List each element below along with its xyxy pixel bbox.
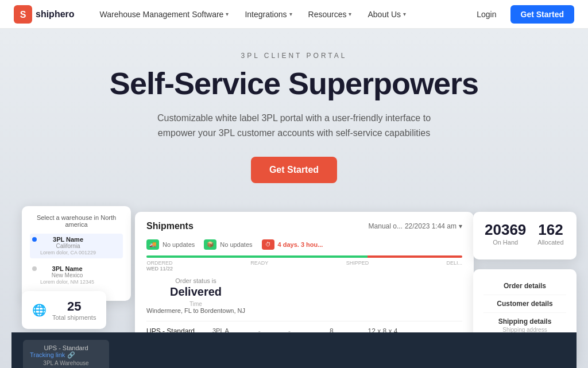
inactive-indicator xyxy=(32,266,37,271)
truck-icon-1: 🚚 xyxy=(146,239,159,250)
chevron-down-icon: ▾ xyxy=(349,11,351,17)
navbar: S shiphero Warehouse Management Software… xyxy=(0,0,588,29)
progress-red xyxy=(368,255,462,258)
panel-date: Manual o... 22/2023 1:44 am ▾ xyxy=(369,222,462,230)
cards-area: Select a warehouse in North america 3PL … xyxy=(11,206,577,368)
allocated: 162 Allocated xyxy=(537,221,563,246)
label-ordered: ORDEREDWED 11/22 xyxy=(146,260,173,272)
detail-order[interactable]: Order details xyxy=(483,277,566,295)
on-hand: 20369 On Hand xyxy=(485,221,526,246)
tracking-label: Tracking link xyxy=(30,351,65,358)
label-ready: READY xyxy=(250,260,268,272)
globe-icon: 🌐 xyxy=(32,303,47,317)
panel-title: Shipments xyxy=(146,221,194,231)
clock-icon: ⏱ xyxy=(262,239,274,250)
status-chips-row: 🚚 No updates 📦 No updates ⏱ 4 days. 3 ho… xyxy=(146,239,462,250)
warehouse-item-2[interactable]: 3PL Name New Mexico Lorem dolor, NM 1234… xyxy=(30,263,123,288)
get-started-nav-button[interactable]: Get Started xyxy=(510,5,574,24)
chevron-down-icon: ▾ xyxy=(226,11,229,17)
inventory-numbers: 20369 On Hand 162 Allocated xyxy=(485,221,565,246)
bottom-strip: UPS - Standard Tracking link 🔗 3PL A War… xyxy=(11,332,577,368)
order-status-value: Delivered xyxy=(146,285,245,299)
allocated-value: 162 xyxy=(537,221,563,239)
chevron-icon: ▾ xyxy=(459,222,462,230)
status-chip-1: 🚚 No updates xyxy=(146,239,195,250)
chevron-down-icon: ▾ xyxy=(289,11,292,17)
warehouse-selector-title: Select a warehouse in North america xyxy=(30,214,123,228)
hero-subtitle: Customizable white label 3PL portal with… xyxy=(145,111,443,140)
svg-text:S: S xyxy=(20,10,26,20)
warehouse-item-1[interactable]: 3PL Name California Lorem dolor, CA 0012… xyxy=(30,234,123,259)
strip-wh-name: 3PL A xyxy=(43,360,58,366)
logo-text: shiphero xyxy=(36,9,75,20)
nav-links: Warehouse Management Software ▾ Integrat… xyxy=(93,6,470,22)
status-text-2: No updates xyxy=(220,241,252,248)
strip-warehouse: 3PL A Warehouse xyxy=(30,360,102,366)
time-label: Time xyxy=(146,301,245,307)
order-status-label: Order status is xyxy=(146,277,245,284)
login-button[interactable]: Login xyxy=(470,6,503,22)
shipments-info: 25 Total shipments xyxy=(52,299,96,321)
chevron-down-icon: ▾ xyxy=(403,11,406,17)
nav-right: Login Get Started xyxy=(470,5,574,24)
main-panel-header: Shipments Manual o... 22/2023 1:44 am ▾ xyxy=(146,221,462,231)
on-hand-label: On Hand xyxy=(485,239,526,246)
order-status-info: Order status is Delivered Time Windermer… xyxy=(146,277,245,321)
nav-item-about[interactable]: About Us ▾ xyxy=(361,6,413,22)
strip-wh-label: Warehouse xyxy=(60,360,89,366)
hero-title: Self-Service Superpowers xyxy=(11,67,577,100)
link-icon: 🔗 xyxy=(67,351,75,359)
total-shipments-card: 🌐 25 Total shipments xyxy=(22,291,106,329)
status-chip-3: ⏱ 4 days. 3 hou... xyxy=(262,239,323,250)
allocated-label: Allocated xyxy=(537,239,563,246)
hero-section: 3PL CLIENT PORTAL Self-Service Superpowe… xyxy=(0,29,588,368)
nav-item-wms[interactable]: Warehouse Management Software ▾ xyxy=(93,6,236,22)
logo[interactable]: S shiphero xyxy=(14,5,75,24)
nav-item-integrations[interactable]: Integrations ▾ xyxy=(238,6,299,22)
strip-tracking-link[interactable]: Tracking link 🔗 xyxy=(30,351,102,359)
shipments-count: 25 xyxy=(52,299,96,314)
warehouse-info-2: 3PL Name New Mexico Lorem dolor, NM 1234… xyxy=(40,265,94,286)
inventory-card: 20369 On Hand 162 Allocated xyxy=(473,212,577,259)
progress-labels: ORDEREDWED 11/22 READY SHIPPED DELI... xyxy=(146,260,462,272)
date-value: 22/2023 1:44 am xyxy=(405,222,457,230)
active-indicator xyxy=(32,237,37,242)
progress-bar: ORDEREDWED 11/22 READY SHIPPED DELI... xyxy=(146,255,462,272)
truck-icon-2: 📦 xyxy=(204,239,216,250)
time-value: Windermere, FL to Bordentown, NJ xyxy=(146,307,245,314)
strip-carrier: UPS - Standard xyxy=(30,344,102,351)
order-status-section: Order status is Delivered Time Windermer… xyxy=(146,277,462,321)
on-hand-value: 20369 xyxy=(485,221,526,239)
warehouse-info-1: 3PL Name California Lorem dolor, CA 0012… xyxy=(40,236,96,257)
nav-item-resources[interactable]: Resources ▾ xyxy=(301,6,359,22)
status-chip-2: 📦 No updates xyxy=(204,239,252,250)
label-shipped: SHIPPED xyxy=(346,260,369,272)
progress-green xyxy=(146,255,368,258)
shipments-label: Total shipments xyxy=(52,314,96,321)
label-delivered: DELI... xyxy=(446,260,462,272)
logo-icon: S xyxy=(14,5,32,24)
strip-shipment-card: UPS - Standard Tracking link 🔗 3PL A War… xyxy=(23,340,109,368)
manual-label: Manual o... xyxy=(369,222,403,230)
status-text-1: No updates xyxy=(163,241,195,248)
get-started-hero-button[interactable]: Get Started xyxy=(251,157,337,183)
status-text-3: 4 days. 3 hou... xyxy=(278,241,323,248)
detail-customer[interactable]: Customer details xyxy=(483,295,566,313)
hero-eyebrow: 3PL CLIENT PORTAL xyxy=(11,52,577,60)
progress-track xyxy=(146,255,462,258)
warehouse-selector-card: Select a warehouse in North america 3PL … xyxy=(22,206,131,301)
